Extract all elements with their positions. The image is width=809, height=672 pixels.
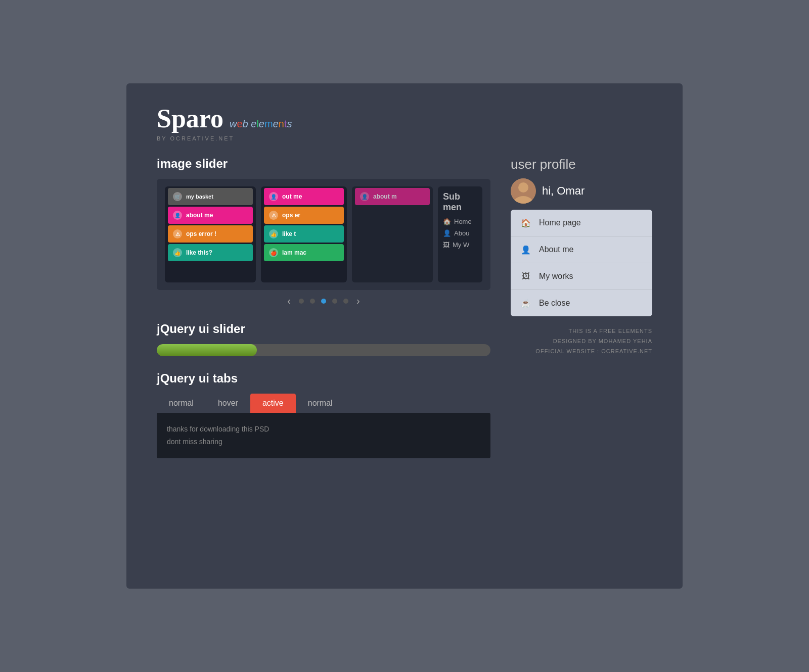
menu-item-ops[interactable]: ⚠ ops error ! [168,225,253,243]
slider-next-button[interactable]: › [354,295,362,307]
about-icon: 👤 [173,211,182,220]
slider-dot-1[interactable] [299,299,304,304]
main-container: Sparo web elements BY OCREATIVE.NET imag… [126,83,683,589]
sub-menu-card: Sub men 🏠Home 👤Abou 🖼My W [438,186,482,282]
slider-dot-2[interactable] [310,299,315,304]
slider-dot-5[interactable] [343,299,348,304]
basket-icon: 🛒 [173,192,182,201]
menu-item-like2[interactable]: 👍 like t [264,225,344,243]
slider-controls: ‹ › [157,295,490,307]
header: Sparo web elements BY OCREATIVE.NET [157,104,652,141]
byline: BY OCREATIVE.NET [157,135,652,141]
ops2-icon: ⚠ [269,211,278,220]
footer-line1: THIS IS A FREE ELEMENTS [511,326,652,337]
slider-dot-3[interactable] [321,299,326,304]
jquery-tabs-section: jQuery ui tabs normal hover active norma… [157,371,490,458]
works-icon-sub: 🖼 [443,241,450,249]
jquery-tabs-title: jQuery ui tabs [157,371,490,386]
menu-item-ops2[interactable]: ⚠ ops er [264,207,344,224]
tab-content-text: thanks for downloading this PSDdont miss… [167,423,480,448]
home-page-label: Home page [539,218,581,227]
ops-icon: ⚠ [173,229,182,238]
content-row: image slider 🛒 my basket 👤 about me [157,157,652,458]
sub-menu-label: Sub men [443,191,477,213]
tab-hover[interactable]: hover [206,394,250,413]
be-close-icon: ☕ [520,297,532,309]
menu-item-about3[interactable]: 👤 about m [355,188,430,205]
right-column: user profile hi, Omar 🏠 [511,157,652,458]
user-hi-text: hi, Omar [542,184,585,198]
about-me-icon: 👤 [520,244,532,256]
tabs-header: normal hover active normal [157,394,490,413]
jquery-slider-fill [157,344,257,356]
user-avatar [511,178,536,204]
jquery-slider-section: jQuery ui slider [157,322,490,356]
slider-prev-button[interactable]: ‹ [285,295,293,307]
svg-point-1 [518,182,528,193]
about3-icon: 👤 [360,192,369,201]
tab-active[interactable]: active [250,394,296,413]
slider-dot-4[interactable] [332,299,337,304]
menu-item-about[interactable]: 👤 about me [168,207,253,224]
submenu-home[interactable]: 🏠Home [443,218,477,225]
like-icon: 👍 [173,248,182,257]
header-title: Sparo web elements [157,104,652,133]
footer-text: THIS IS A FREE ELEMENTS DESIGNED BY MOHA… [511,326,652,356]
menu-item-out[interactable]: 👤 out me [264,188,344,205]
menu-item-iam[interactable]: 🍎 iam mac [264,244,344,261]
avatar-svg [511,178,536,204]
footer-line2: DESIGNED BY MOHAMED YEHIA [511,337,652,347]
home-page-icon: 🏠 [520,217,532,229]
user-profile-section: user profile hi, Omar 🏠 [511,157,652,316]
footer-line3: OFFICIAL WEBSITE : OCREATIVE.NET [511,347,652,357]
like2-icon: 👍 [269,229,278,238]
menu-item-basket[interactable]: 🛒 my basket [168,188,253,205]
slider-wrapper: 🛒 my basket 👤 about me ⚠ ops error ! [157,179,490,290]
profile-menu-close[interactable]: ☕ Be close [511,290,652,316]
tab-normal-2[interactable]: normal [296,394,345,413]
iam-icon: 🍎 [269,248,278,257]
image-slider-title: image slider [157,157,490,171]
image-slider-section: image slider 🛒 my basket 👤 about me [157,157,490,307]
my-works-icon: 🖼 [520,270,532,282]
brand-name: Sparo [157,104,223,133]
profile-menu: 🏠 Home page 👤 About me 🖼 My works ☕ Be c… [511,210,652,316]
brand-subtitle: web elements [230,118,292,130]
slider-card-3: 👤 about m [352,186,433,282]
tab-normal-1[interactable]: normal [157,394,206,413]
user-greeting: hi, Omar [511,178,652,204]
submenu-myworks[interactable]: 🖼My W [443,241,477,249]
profile-menu-works[interactable]: 🖼 My works [511,263,652,290]
jquery-slider-track[interactable] [157,344,490,356]
jquery-slider-title: jQuery ui slider [157,322,490,336]
submenu-about[interactable]: 👤Abou [443,229,477,237]
menu-item-like[interactable]: 👍 like this? [168,244,253,261]
my-works-label: My works [539,272,573,281]
tab-content: thanks for downloading this PSDdont miss… [157,413,490,458]
about-icon-sub: 👤 [443,229,451,237]
about-me-label: About me [539,245,573,254]
user-profile-title: user profile [511,157,652,172]
home-icon-sub: 🏠 [443,218,451,225]
slider-card-1: 🛒 my basket 👤 about me ⚠ ops error ! [165,186,256,282]
out-icon: 👤 [269,192,278,201]
profile-menu-home[interactable]: 🏠 Home page [511,210,652,236]
profile-menu-about[interactable]: 👤 About me [511,236,652,263]
be-close-label: Be close [539,299,570,308]
user-bold: user [511,157,536,172]
slider-card-2: 👤 out me ⚠ ops er 👍 like t 🍎 [261,186,347,282]
left-column: image slider 🛒 my basket 👤 about me [157,157,490,458]
